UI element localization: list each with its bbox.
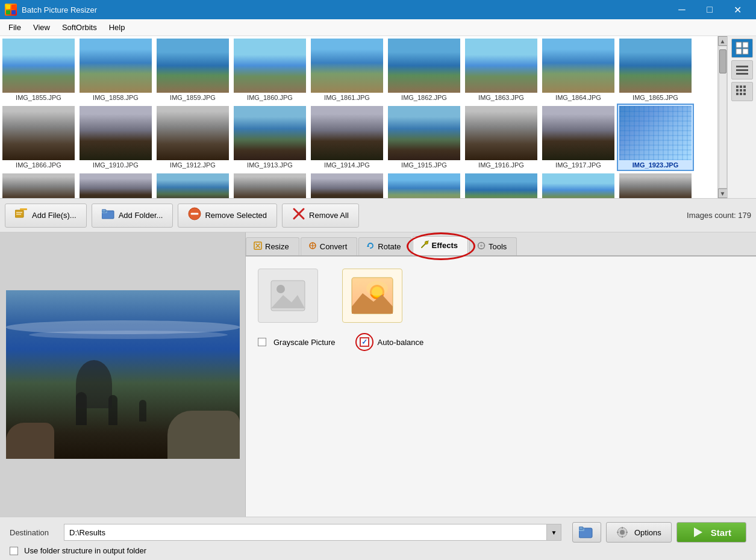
svg-rect-2 bbox=[6, 10, 10, 14]
bottom-bar: Destination ▼ bbox=[0, 517, 756, 560]
tab-tools-label: Tools bbox=[489, 242, 507, 251]
svg-rect-14 bbox=[736, 89, 739, 92]
options-button[interactable]: Options bbox=[606, 522, 672, 543]
list-item[interactable]: IMG_1866.JPG bbox=[0, 104, 77, 171]
add-files-label: Add File(s)... bbox=[32, 211, 77, 220]
remove-all-button[interactable]: Remove All bbox=[282, 204, 359, 228]
folder-structure-label: Use folder structure in output folder bbox=[24, 546, 146, 555]
effect-placeholder-icon[interactable] bbox=[258, 269, 318, 323]
svg-rect-54 bbox=[579, 527, 583, 529]
preview-image bbox=[6, 290, 240, 459]
svg-rect-8 bbox=[736, 66, 748, 67]
menu-view[interactable]: View bbox=[27, 20, 56, 34]
start-label: Start bbox=[711, 527, 731, 538]
grayscale-checkbox[interactable] bbox=[258, 338, 266, 346]
list-item[interactable]: IMG_1865.JPG bbox=[617, 36, 694, 104]
effects-panel: Grayscale Picture Auto-balance bbox=[246, 257, 756, 359]
gallery-scrollbar[interactable]: ▲ ▼ bbox=[717, 36, 727, 198]
add-files-icon bbox=[15, 208, 28, 222]
folder-structure-checkbox[interactable] bbox=[10, 547, 18, 555]
minimize-button[interactable]: ─ bbox=[668, 0, 696, 19]
list-item[interactable]: IMG_1864.JPG bbox=[540, 36, 617, 104]
list-item[interactable] bbox=[463, 171, 540, 198]
destination-input[interactable] bbox=[64, 524, 547, 541]
svg-rect-3 bbox=[11, 10, 16, 14]
list-item[interactable]: IMG_1915.JPG bbox=[386, 104, 463, 171]
list-item[interactable] bbox=[231, 171, 308, 198]
resize-tab-icon bbox=[254, 241, 262, 252]
close-button[interactable]: ✕ bbox=[723, 0, 751, 19]
remove-selected-button[interactable]: Remove Selected bbox=[178, 204, 277, 228]
tab-effects[interactable]: Effects bbox=[413, 236, 468, 255]
remove-all-label: Remove All bbox=[309, 211, 349, 220]
list-item[interactable] bbox=[386, 171, 463, 198]
add-files-button[interactable]: Add File(s)... bbox=[5, 204, 87, 228]
list-item[interactable] bbox=[154, 171, 231, 198]
gallery-row-1: IMG_1855.JPG IMG_1858.JPG IMG_1859.JPG I… bbox=[0, 36, 717, 104]
grayscale-option: Grayscale Picture bbox=[258, 338, 336, 347]
list-item[interactable]: IMG_1860.JPG bbox=[231, 36, 308, 104]
scroll-thumb[interactable] bbox=[719, 49, 726, 73]
scroll-up-button[interactable]: ▲ bbox=[718, 36, 728, 46]
list-item[interactable] bbox=[308, 171, 386, 198]
list-item[interactable]: IMG_1923.JPG bbox=[617, 104, 694, 171]
svg-rect-15 bbox=[740, 89, 742, 92]
tab-tools[interactable]: Tools bbox=[469, 237, 517, 255]
list-item[interactable]: IMG_1863.JPG bbox=[463, 36, 540, 104]
list-item[interactable]: IMG_1859.JPG bbox=[154, 36, 231, 104]
preview-panel bbox=[0, 232, 246, 517]
gallery-scroll: IMG_1855.JPG IMG_1858.JPG IMG_1859.JPG I… bbox=[0, 36, 717, 198]
list-item[interactable]: IMG_1910.JPG bbox=[77, 104, 154, 171]
tab-resize-label: Resize bbox=[265, 242, 289, 251]
effects-checkboxes-row: Grayscale Picture Auto-balance bbox=[258, 337, 744, 347]
tab-resize[interactable]: Resize bbox=[246, 237, 299, 255]
destination-label: Destination bbox=[10, 528, 58, 537]
list-item[interactable] bbox=[617, 171, 694, 198]
list-item[interactable]: IMG_1917.JPG bbox=[540, 104, 617, 171]
list-item[interactable]: IMG_1861.JPG bbox=[308, 36, 386, 104]
list-item[interactable] bbox=[540, 171, 617, 198]
tab-convert[interactable]: Convert bbox=[301, 237, 358, 255]
maximize-button[interactable]: □ bbox=[696, 0, 723, 19]
effect-landscape-icon[interactable] bbox=[342, 269, 402, 323]
destination-row: Destination ▼ bbox=[10, 522, 746, 543]
effects-tab-icon bbox=[420, 240, 429, 250]
tab-rotate[interactable]: Rotate bbox=[358, 237, 411, 255]
destination-dropdown-button[interactable]: ▼ bbox=[547, 524, 561, 541]
menu-softorbits[interactable]: SoftOrbits bbox=[56, 20, 103, 34]
svg-rect-22 bbox=[16, 212, 22, 213]
list-item[interactable]: IMG_1912.JPG bbox=[154, 104, 231, 171]
menu-help[interactable]: Help bbox=[103, 20, 131, 34]
autobalance-option: Auto-balance bbox=[360, 337, 424, 347]
list-item[interactable] bbox=[0, 171, 77, 198]
browse-destination-button[interactable] bbox=[572, 522, 601, 543]
scroll-down-button[interactable]: ▼ bbox=[718, 188, 728, 198]
destination-field-wrapper: ▼ bbox=[64, 524, 561, 541]
list-item[interactable]: IMG_1916.JPG bbox=[463, 104, 540, 171]
list-item[interactable]: IMG_1914.JPG bbox=[308, 104, 386, 171]
list-item[interactable]: IMG_1855.JPG bbox=[0, 36, 77, 104]
menubar: File View SoftOrbits Help bbox=[0, 19, 756, 36]
tab-effects-label: Effects bbox=[432, 241, 458, 250]
list-item[interactable]: IMG_1913.JPG bbox=[231, 104, 308, 171]
svg-rect-18 bbox=[740, 93, 742, 95]
list-item[interactable] bbox=[77, 171, 154, 198]
svg-rect-19 bbox=[743, 93, 746, 95]
svg-point-38 bbox=[480, 244, 483, 247]
thumbnail-view-button[interactable] bbox=[731, 39, 753, 58]
app-icon bbox=[5, 4, 17, 16]
list-item[interactable]: IMG_1862.JPG bbox=[386, 36, 463, 104]
start-button[interactable]: Start bbox=[676, 522, 746, 543]
options-label: Options bbox=[634, 528, 661, 537]
grid-view-button[interactable] bbox=[731, 82, 753, 101]
tab-convert-label: Convert bbox=[320, 242, 348, 251]
autobalance-checkbox[interactable] bbox=[360, 337, 369, 347]
scroll-track[interactable] bbox=[719, 46, 727, 188]
gallery-row-2: IMG_1866.JPG IMG_1910.JPG IMG_1912.JPG I… bbox=[0, 104, 717, 171]
menu-file[interactable]: File bbox=[2, 20, 27, 34]
list-item[interactable]: IMG_1858.JPG bbox=[77, 36, 154, 104]
svg-rect-10 bbox=[736, 73, 748, 75]
rotate-tab-icon bbox=[366, 241, 375, 252]
add-folder-button[interactable]: Add Folder... bbox=[92, 204, 173, 228]
list-view-button[interactable] bbox=[731, 60, 753, 79]
